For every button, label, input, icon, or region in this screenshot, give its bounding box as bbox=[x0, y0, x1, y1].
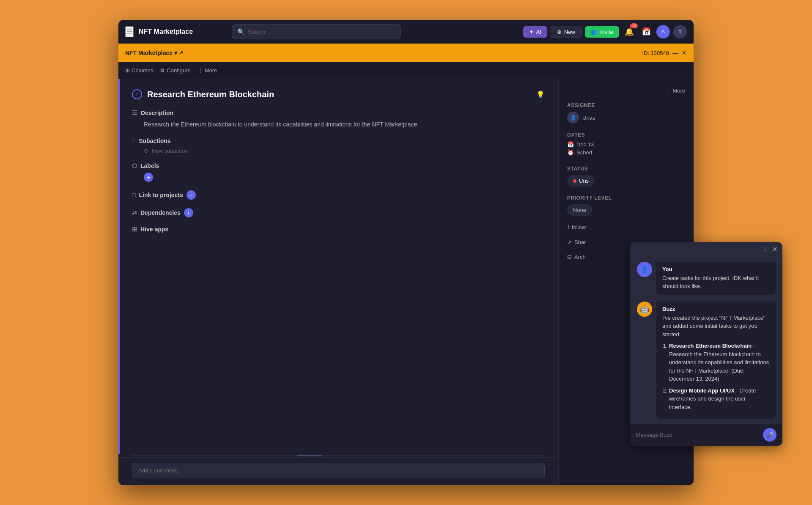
date-schedule-text: Sched bbox=[576, 149, 592, 156]
breadcrumb-id: ID: 130548 — ✕ bbox=[642, 49, 687, 56]
description-icon: ☰ bbox=[132, 110, 137, 116]
dependencies-section: ⇄ Dependencies + bbox=[132, 208, 545, 217]
add-dependency-button[interactable]: + bbox=[184, 208, 193, 217]
status-text: Uns bbox=[579, 178, 589, 184]
archive-icon: ⊟ bbox=[567, 254, 572, 260]
users-icon: 👥 bbox=[591, 29, 598, 35]
status-dot bbox=[573, 179, 576, 183]
assignee-label: Assignee bbox=[567, 102, 685, 108]
minimize-button[interactable]: — bbox=[672, 49, 678, 56]
priority-label: Priority Level bbox=[567, 195, 685, 201]
grid-icon: ⊞ bbox=[132, 226, 137, 233]
description-header: ☰ Description bbox=[132, 110, 545, 116]
ai-chat-panel: ⋮ ✕ 👤 You Create tasks for this project.… bbox=[630, 242, 694, 446]
configure-icon: ⚙ bbox=[160, 67, 165, 74]
external-link-icon: ↗ bbox=[179, 50, 183, 56]
user-chat-name: You bbox=[662, 266, 694, 272]
scroll-bar-area bbox=[118, 454, 558, 457]
task-status-icon: ✓ bbox=[132, 89, 142, 99]
description-section: ☰ Description Research the Ethereum bloc… bbox=[132, 110, 545, 129]
followers-row: 1 follow bbox=[567, 224, 685, 231]
subactions-icon: ≡ bbox=[132, 137, 135, 144]
hive-apps-header: ⊞ Hive apps bbox=[132, 226, 545, 233]
breadcrumb-bar: NFT Marketplace ▾ ↗ ID: 130548 — ✕ bbox=[118, 44, 694, 62]
add-project-link-button[interactable]: + bbox=[187, 190, 196, 200]
chat-messages: 👤 You Create tasks for this project. IDK… bbox=[630, 257, 694, 424]
sub-nav-columns[interactable]: ⊞ Columns bbox=[125, 67, 153, 74]
description-text: Research the Ethereum blockchain to unde… bbox=[132, 120, 545, 129]
user-avatar[interactable]: A bbox=[656, 25, 670, 38]
top-navigation: ☰ NFT Marketplace 🔍 Search ✦ AI ⊕ New 👥 … bbox=[118, 20, 694, 44]
tag-icon: ⬡ bbox=[132, 162, 137, 169]
assignee-text: Unas bbox=[582, 115, 595, 121]
dots-icon: ⋮ bbox=[665, 88, 671, 94]
lightbulb-button[interactable]: 💡 bbox=[536, 91, 545, 99]
calendar-button[interactable]: 📅 bbox=[639, 25, 653, 38]
chat-message-user: 👤 You Create tasks for this project. IDK… bbox=[637, 262, 694, 295]
bot-task-2: Design Mobile App UI/UX - Create wirefra… bbox=[669, 387, 694, 412]
user-chat-text: Create tasks for this project. IDK what … bbox=[662, 274, 694, 291]
new-button[interactable]: ⊕ New bbox=[551, 26, 582, 38]
dates-label: Dates bbox=[567, 132, 685, 138]
check-circle-icon: ⊙ bbox=[144, 148, 148, 154]
labels-row: + bbox=[132, 173, 545, 182]
date-start-row[interactable]: 📅 Dec 13 bbox=[567, 141, 685, 148]
chat-input[interactable] bbox=[636, 432, 694, 438]
notification-badge: 10 bbox=[630, 23, 638, 28]
link-icon: ⇄ bbox=[132, 209, 137, 216]
plus-icon: ⊕ bbox=[557, 29, 562, 35]
calendar-icon: 📅 bbox=[567, 141, 574, 148]
dots-icon: ⋮ bbox=[198, 67, 203, 74]
followers-text: 1 follow bbox=[567, 224, 586, 231]
status-label: Status bbox=[567, 166, 685, 172]
main-content: ✓ Research Ethereum Blockchain 💡 ☰ Descr… bbox=[118, 79, 694, 485]
dates-field: Dates 📅 Dec 13 ⏰ Sched bbox=[567, 132, 685, 157]
new-subaction-row[interactable]: ⊙ New subaction bbox=[132, 148, 545, 154]
link-projects-header: □ Link to projects + bbox=[132, 190, 545, 200]
assignee-row[interactable]: 👤 Unas bbox=[567, 112, 685, 124]
scroll-thumb[interactable] bbox=[297, 455, 322, 456]
notifications-button[interactable]: 🔔 10 bbox=[623, 25, 636, 38]
user-chat-bubble: You Create tasks for this project. IDK w… bbox=[656, 262, 694, 295]
search-bar[interactable]: 🔍 Search bbox=[232, 24, 401, 39]
share-text: Shar bbox=[574, 239, 586, 245]
hamburger-menu-button[interactable]: ☰ bbox=[125, 26, 134, 37]
subactions-header: ≡ Subactions bbox=[132, 137, 545, 144]
comment-input[interactable] bbox=[132, 463, 545, 478]
task-title-actions: 💡 bbox=[536, 91, 545, 99]
ai-button[interactable]: ✦ AI bbox=[523, 26, 547, 38]
sub-nav-configure[interactable]: ⚙ Configure bbox=[160, 67, 190, 74]
date-schedule-row[interactable]: ⏰ Sched bbox=[567, 149, 685, 156]
more-button[interactable]: ⋮ More bbox=[665, 88, 685, 94]
add-label-button[interactable]: + bbox=[144, 173, 153, 182]
chat-message-bot: 🤖 Buzz I've created the project "NFT Mar… bbox=[637, 302, 694, 419]
priority-field: Priority Level None bbox=[567, 195, 685, 216]
sub-nav-more[interactable]: ⋮ More bbox=[198, 67, 217, 74]
clock-icon: ⏰ bbox=[567, 149, 574, 156]
chat-header: ⋮ ✕ bbox=[630, 242, 694, 257]
task-title-row: ✓ Research Ethereum Blockchain 💡 bbox=[132, 89, 545, 99]
date-start-text: Dec 13 bbox=[576, 141, 594, 148]
help-button[interactable]: ? bbox=[673, 25, 687, 38]
folder-icon: □ bbox=[132, 192, 135, 198]
status-pill[interactable]: Uns bbox=[567, 175, 595, 187]
close-breadcrumb-button[interactable]: ✕ bbox=[682, 49, 687, 56]
user-chat-avatar: 👤 bbox=[637, 262, 652, 277]
subactions-section: ≡ Subactions ⊙ New subaction bbox=[132, 137, 545, 154]
scroll-track bbox=[132, 455, 545, 456]
search-icon: 🔍 bbox=[237, 28, 244, 35]
priority-pill[interactable]: None bbox=[567, 204, 592, 216]
share-icon: ↗ bbox=[567, 239, 572, 245]
status-field: Status Uns bbox=[567, 166, 685, 187]
search-placeholder: Search bbox=[248, 29, 265, 35]
chat-input-bar: 🎤 bbox=[630, 424, 694, 446]
priority-text: None bbox=[573, 207, 586, 213]
task-title: Research Ethereum Blockchain bbox=[147, 90, 274, 99]
assignee-field: Assignee 👤 Unas bbox=[567, 102, 685, 124]
archive-text: Arch bbox=[574, 254, 586, 260]
bot-chat-name: Buzz bbox=[662, 306, 694, 312]
bot-chat-text: I've created the project "NFT Marketplac… bbox=[662, 314, 694, 412]
invite-button[interactable]: 👥 Invite bbox=[585, 26, 619, 38]
nav-actions: ✦ AI ⊕ New 👥 Invite 🔔 10 📅 A ? bbox=[523, 25, 687, 38]
chevron-down-icon: ▾ bbox=[174, 49, 177, 56]
